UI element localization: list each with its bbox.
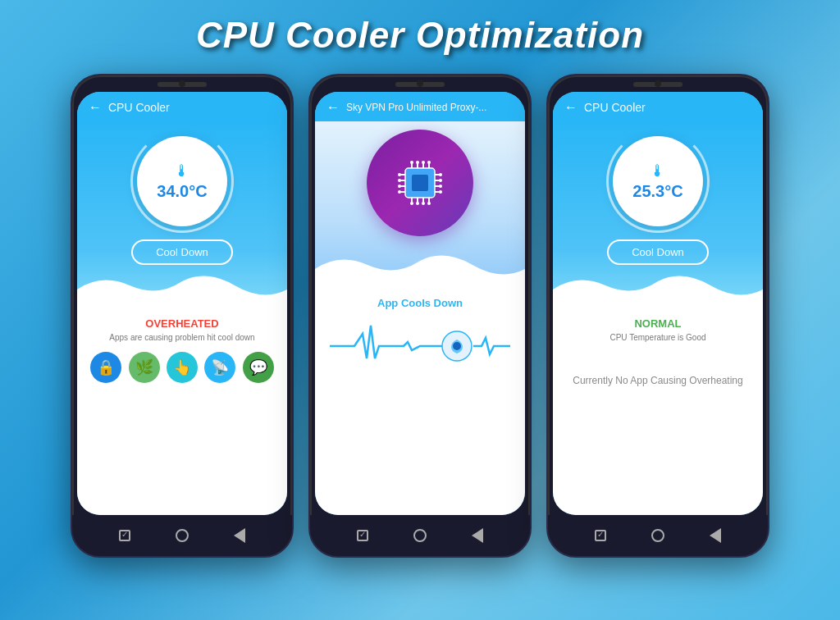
- svg-point-19: [398, 179, 401, 182]
- svg-point-23: [439, 179, 442, 182]
- nav-triangle-1[interactable]: [234, 528, 245, 543]
- app-cools-label: App Cools Down: [325, 297, 515, 309]
- phone-3: ← CPU Cooler 🌡 25.3°C Cool Down: [546, 74, 769, 558]
- nav-triangle-3[interactable]: [710, 528, 721, 543]
- svg-point-31: [416, 202, 419, 205]
- phone-3-title: CPU Cooler: [584, 101, 646, 114]
- phone-1-screen: ← CPU Cooler 🌡 34.0°C Cool Down: [77, 92, 287, 515]
- svg-point-28: [422, 161, 425, 164]
- nav-circle-2[interactable]: [413, 529, 427, 542]
- svg-point-20: [398, 185, 401, 188]
- nav-circle-1[interactable]: [176, 529, 189, 542]
- phone-1-header: ← CPU Cooler: [77, 92, 287, 121]
- phone-3-status-label: NORMAL: [563, 317, 753, 330]
- svg-point-30: [410, 202, 413, 205]
- nav-triangle-2[interactable]: [472, 528, 483, 543]
- phone-3-navbar: [548, 515, 768, 556]
- phone-2-bottom: App Cools Down: [315, 285, 525, 515]
- nav-circle-3[interactable]: [651, 529, 664, 542]
- phone-1-title: CPU Cooler: [108, 101, 170, 114]
- svg-point-25: [439, 190, 442, 194]
- phone-3-screen: ← CPU Cooler 🌡 25.3°C Cool Down: [553, 92, 763, 515]
- app-icon-share[interactable]: 📡: [204, 352, 235, 383]
- svg-point-32: [422, 202, 425, 205]
- phone-2-screen: ← Sky VPN Pro Unlimited Proxy-...: [315, 92, 525, 515]
- phone-3-temp-circle: 🌡 25.3°C: [613, 136, 703, 226]
- phone-1: ← CPU Cooler 🌡 34.0°C Cool Down: [71, 74, 294, 558]
- phone-1-app-icons: 🔒 🌿 👆 📡 💬: [87, 352, 277, 383]
- app-icon-lock[interactable]: 🔒: [90, 352, 121, 383]
- heartbeat-container: [325, 317, 515, 375]
- nav-check-1[interactable]: [119, 530, 130, 541]
- svg-point-22: [439, 173, 442, 176]
- svg-point-26: [410, 161, 413, 164]
- phone-2-title: Sky VPN Pro Unlimited Proxy-...: [346, 102, 486, 113]
- svg-rect-1: [412, 175, 428, 191]
- cpu-icon-circle: [367, 130, 473, 236]
- app-icon-hand[interactable]: 👆: [167, 352, 198, 383]
- app-icon-leaf[interactable]: 🌿: [129, 352, 160, 383]
- phone-1-status-desc: Apps are causing problem hit cool down: [87, 333, 277, 342]
- cool-down-button-3[interactable]: Cool Down: [607, 239, 709, 265]
- svg-point-18: [398, 173, 401, 176]
- page-title: CPU Cooler Optimization: [0, 0, 840, 74]
- svg-point-35: [453, 342, 461, 350]
- no-app-text: Currently No App Causing Overheating: [563, 358, 753, 403]
- app-icon-whatsapp[interactable]: 💬: [243, 352, 274, 383]
- phone-3-bottom: NORMAL CPU Temperature is Good Currently…: [553, 306, 763, 515]
- phone-3-header: ← CPU Cooler: [553, 92, 763, 121]
- phone-1-status-label: OVERHEATED: [87, 317, 277, 330]
- phone-1-bottom: OVERHEATED Apps are causing problem hit …: [77, 306, 287, 515]
- back-arrow-3[interactable]: ←: [564, 100, 578, 115]
- svg-point-21: [398, 190, 401, 194]
- phones-container: ← CPU Cooler 🌡 34.0°C Cool Down: [0, 74, 840, 558]
- svg-point-33: [427, 202, 431, 205]
- back-arrow-1[interactable]: ←: [89, 100, 102, 115]
- svg-point-24: [439, 185, 442, 188]
- svg-point-27: [416, 161, 419, 164]
- phone-2-header: ← Sky VPN Pro Unlimited Proxy-...: [315, 92, 525, 121]
- back-arrow-2[interactable]: ←: [326, 100, 340, 115]
- nav-check-3[interactable]: [595, 530, 606, 541]
- phone-2: ← Sky VPN Pro Unlimited Proxy-...: [308, 74, 532, 558]
- phone-3-status-desc: CPU Temperature is Good: [563, 333, 753, 342]
- cool-down-button-1[interactable]: Cool Down: [131, 239, 233, 265]
- phone-1-navbar: [72, 515, 292, 556]
- phone-2-navbar: [310, 515, 530, 556]
- svg-point-29: [427, 161, 431, 164]
- nav-check-2[interactable]: [357, 530, 368, 541]
- phone-1-temp-circle: 🌡 34.0°C: [137, 136, 227, 226]
